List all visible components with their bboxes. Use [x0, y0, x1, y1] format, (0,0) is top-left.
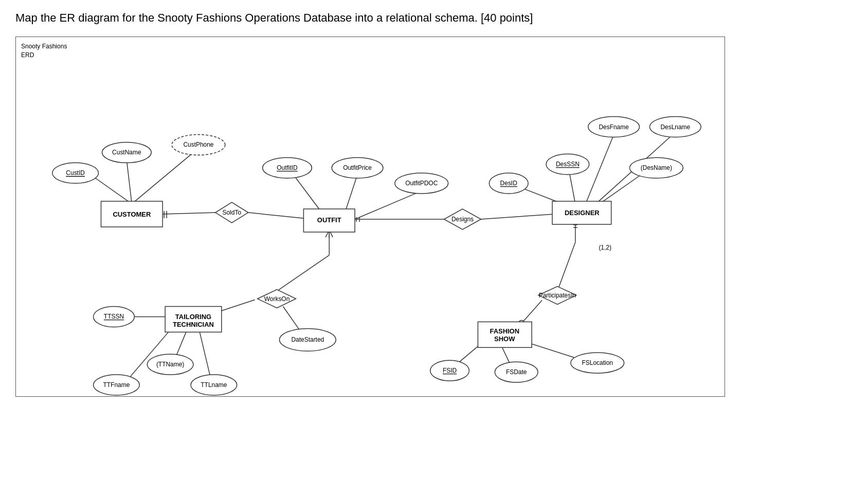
attr-datestarted: DateStarted — [291, 336, 324, 343]
attr-outfitpdoc: OutfitPDOC — [405, 180, 438, 187]
rel-workson: WorksOn — [264, 295, 290, 302]
attr-fslocation: FSLocation — [582, 359, 612, 366]
attr-fsdate: FSDate — [506, 368, 527, 376]
svg-line-16 — [277, 255, 330, 291]
svg-line-6 — [345, 174, 357, 214]
svg-line-22 — [198, 327, 211, 381]
entity-fashion-show: FASHION — [490, 327, 519, 335]
svg-line-24 — [559, 242, 575, 287]
attr-desssn: DesSSN — [556, 161, 580, 168]
svg-line-7 — [355, 191, 422, 219]
attr-desname: (DesName) — [641, 164, 672, 171]
svg-line-17 — [219, 300, 255, 311]
entity-fashion-show-2: SHOW — [494, 335, 515, 343]
svg-line-1 — [126, 160, 132, 204]
entity-outfit: OUTFIT — [317, 216, 341, 224]
attr-fsid: FSID — [443, 367, 457, 374]
attr-custphone: CustPhone — [183, 141, 213, 148]
svg-line-25 — [521, 300, 542, 323]
attr-desid: DesID — [500, 180, 518, 187]
svg-line-3 — [162, 213, 216, 214]
attr-ttlname: TTLname — [201, 381, 227, 389]
attr-deslname: DesLname — [660, 123, 690, 130]
entity-tailoring-technician: TAILORING — [175, 313, 211, 321]
attr-ttfname: TTFname — [103, 381, 130, 389]
attr-outfitprice: OutfitPrice — [343, 164, 372, 171]
attr-custname: CustName — [112, 149, 141, 156]
attr-custid: CustID — [66, 169, 85, 177]
attr-ttssn: TTSSN — [104, 313, 124, 320]
rel-participatesin: ParticipatesIn — [539, 291, 576, 298]
er-diagram: Snooty Fashions ERD — [15, 37, 725, 397]
rel-designs: Designs — [451, 216, 474, 223]
attr-ttname: (TTName) — [156, 361, 184, 368]
svg-line-9 — [480, 214, 555, 219]
attr-outfitid: OutfitID — [277, 164, 298, 171]
page-title: Map the ER diagram for the Snooty Fashio… — [15, 10, 853, 26]
svg-line-11 — [569, 171, 575, 204]
rel-soldto: SoldTo — [222, 209, 241, 216]
svg-line-5 — [293, 174, 322, 214]
entity-customer: CUSTOMER — [113, 210, 151, 218]
svg-line-4 — [248, 213, 313, 219]
svg-line-18 — [283, 306, 301, 332]
attr-12-constraint: (1,2) — [599, 244, 611, 251]
attr-desfname: DesFname — [599, 123, 629, 130]
entity-tailoring-technician-2: TECHNICIAN — [173, 321, 214, 328]
svg-line-12 — [586, 134, 614, 204]
entity-designer: DESIGNER — [565, 208, 600, 216]
